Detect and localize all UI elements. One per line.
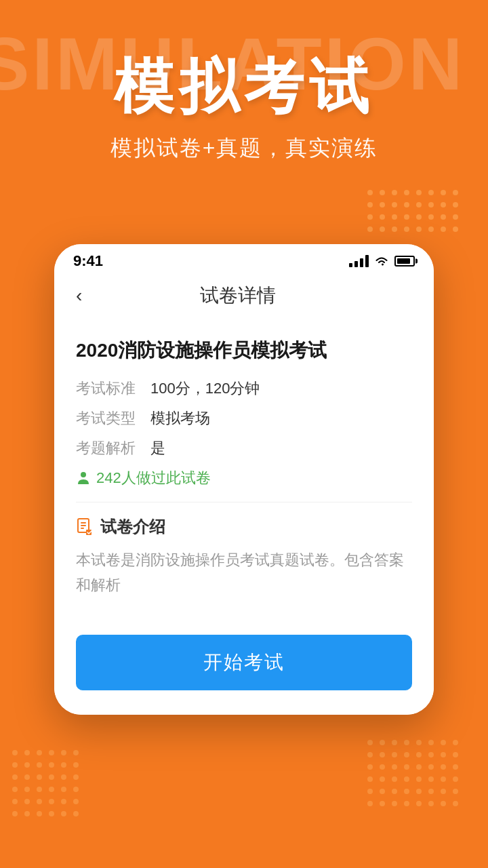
divider — [76, 502, 412, 502]
info-row-standard: 考试标准 100分，120分钟 — [76, 378, 412, 399]
svg-point-0 — [81, 472, 86, 477]
battery-icon — [394, 256, 415, 267]
status-bar: 9:41 — [54, 244, 434, 275]
participants-text: 242人做过此试卷 — [96, 468, 211, 488]
intro-header: 试卷介绍 — [76, 516, 412, 538]
status-icons — [349, 255, 415, 267]
exam-title: 2020消防设施操作员模拟考试 — [76, 336, 412, 365]
standard-label: 考试标准 — [76, 378, 150, 399]
phone-mockup: 9:41 ‹ 试卷详情 2020消防设施操作员模拟考试 考试标准 — [54, 244, 434, 715]
person-icon — [76, 471, 91, 486]
info-row-type: 考试类型 模拟考场 — [76, 408, 412, 429]
type-label: 考试类型 — [76, 408, 150, 429]
content-area: 2020消防设施操作员模拟考试 考试标准 100分，120分钟 考试类型 模拟考… — [54, 320, 434, 614]
nav-bar: ‹ 试卷详情 — [54, 275, 434, 320]
analysis-value: 是 — [150, 438, 165, 458]
status-time: 9:41 — [73, 252, 103, 270]
participants-row: 242人做过此试卷 — [76, 468, 412, 488]
intro-section-title: 试卷介绍 — [100, 516, 165, 538]
main-title: 模拟考试 — [0, 54, 488, 120]
dot-grid-bottom-left — [12, 750, 100, 841]
svg-rect-3 — [81, 525, 86, 526]
svg-rect-2 — [81, 522, 86, 524]
intro-text: 本试卷是消防设施操作员考试真题试卷。包含答案和解析 — [76, 547, 412, 598]
start-exam-button[interactable]: 开始考试 — [76, 635, 412, 690]
signal-icon — [349, 255, 369, 267]
dot-grid-bottom-right — [367, 740, 476, 831]
nav-title: 试卷详情 — [87, 283, 388, 309]
info-row-analysis: 考题解析 是 — [76, 438, 412, 458]
wifi-icon — [374, 255, 389, 267]
analysis-label: 考题解析 — [76, 438, 150, 458]
subtitle: 模拟试卷+真题，真实演练 — [0, 134, 488, 163]
document-icon — [76, 518, 94, 536]
svg-rect-4 — [81, 528, 84, 529]
start-button-wrap: 开始考试 — [54, 614, 434, 715]
standard-value: 100分，120分钟 — [150, 378, 260, 399]
intro-section: 试卷介绍 本试卷是消防设施操作员考试真题试卷。包含答案和解析 — [76, 516, 412, 598]
back-button[interactable]: ‹ — [70, 282, 87, 309]
type-value: 模拟考场 — [150, 408, 210, 429]
header-area: 模拟考试 模拟试卷+真题，真实演练 — [0, 0, 488, 163]
